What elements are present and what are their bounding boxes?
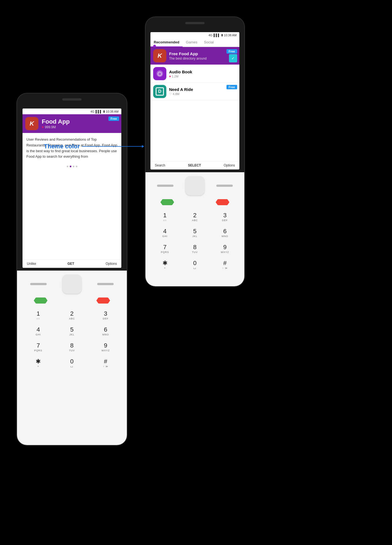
dot-1 [67,166,68,167]
right-tab-bar: Recommended Games Social [150,38,239,47]
right-keypad-grid: 1○○ 2ABC 3DEF 4GHI 5JKL 6MNO 7PQRS 8TUV … [145,208,244,277]
left-dots-indicator [23,163,121,169]
dot-4 [76,166,77,167]
annotation-arrow-line [82,146,142,147]
right-nav-options[interactable]: Options [224,163,235,167]
left-key-2[interactable]: 2ABC [55,307,89,323]
left-bars: ▌▌▌ [96,110,102,113]
left-app-title: Food App [42,118,70,125]
right-audio-info: Audio Book ♥ 1.2M [169,69,237,78]
left-key-hash[interactable]: #↑ ≫ [89,355,122,371]
right-soft-left [157,185,173,187]
left-key-star[interactable]: ✱+ [21,355,55,371]
left-keypad-grid: 1○○ 2ABC 3DEF 4GHI 5JKL 6MNO 7PQRS 8TUV … [17,306,127,376]
right-check-badge: ✓ [229,54,237,62]
right-audio-meta: ♥ 1.2M [169,75,237,78]
right-key-0[interactable]: 0⌴ [180,257,210,273]
left-key-1[interactable]: 1○○ [21,307,55,323]
left-app-header: K Food App ♥ 999.9M Free [23,114,121,133]
right-phone-screen: 4G ▌▌▌ ▮ 10:38 AM Recommended Games Soci… [150,32,239,169]
right-key-8[interactable]: 8TUV [180,241,210,257]
right-keypad: 1○○ 2ABC 3DEF 4GHI 5JKL 6MNO 7PQRS 8TUV … [145,172,244,286]
right-key-6[interactable]: 6MNO [210,225,240,241]
tab-recommended[interactable]: Recommended [150,38,183,46]
right-ride-icon: D [153,85,166,98]
dot-2 [70,166,71,167]
left-end-button[interactable] [96,297,110,304]
left-stats-number: 999.9M [45,125,56,129]
right-nav-buttons [145,172,244,198]
left-soft-right [97,283,114,285]
left-call-button[interactable] [34,297,47,304]
right-audio-icon: ◯ [153,67,166,80]
left-key-0[interactable]: 0⌴ [55,355,89,371]
left-action-buttons [17,296,127,306]
left-d-pad[interactable] [62,274,82,294]
left-nav-options[interactable]: Options [106,262,117,266]
left-status-bar: 4G ▌▌▌ ▮ 10:38 AM [23,109,121,114]
left-soft-left [30,283,47,285]
right-audio-app[interactable]: ◯ Audio Book ♥ 1.2M [150,65,239,83]
right-featured-desc: The best directory around [169,57,237,60]
left-keypad: 1○○ 2ABC 3DEF 4GHI 5JKL 6MNO 7PQRS 8TUV … [17,271,127,445]
left-time: 10:38 AM [106,110,119,113]
right-key-7[interactable]: 7PQRS [150,241,180,257]
right-featured-app[interactable]: K Free Food App The best directory aroun… [150,47,239,65]
left-phone-speaker [62,98,82,101]
tab-social[interactable]: Social [201,38,217,46]
right-food-icon: K [153,49,166,62]
right-signal: 4G [208,34,212,37]
annotation-label: Theme color [44,143,80,150]
right-call-button[interactable] [160,199,174,205]
tab-games[interactable]: Games [183,38,201,46]
right-key-9[interactable]: 9WXYZ [210,241,240,257]
theme-color-dot [153,45,156,48]
left-nav-buttons [17,271,127,296]
right-status-bar: 4G ▌▌▌ ▮ 10:38 AM [150,32,239,38]
left-app-info: Food App ♥ 999.9M [42,118,70,129]
right-key-hash[interactable]: #↑ ≫ [210,257,240,273]
left-phone-screen: 4G ▌▌▌ ▮ 10:38 AM K Food App ♥ 999.9M Fr… [23,109,121,268]
right-key-1[interactable]: 1○○ [150,209,180,225]
right-action-buttons [145,198,244,208]
left-food-icon: K [25,117,38,130]
right-battery: ▮ [221,33,223,37]
left-nav-get[interactable]: GET [68,262,74,266]
right-d-pad[interactable] [185,176,205,195]
left-key-4[interactable]: 4GHI [21,323,55,339]
right-end-button[interactable] [216,199,229,205]
right-ride-meta: ♡ 4.8M [169,92,237,96]
theme-annotation: Theme color [44,143,142,150]
right-ride-app[interactable]: D Need A Ride ♡ 4.8M Free [150,83,239,101]
right-phone-speaker [185,22,205,24]
right-key-5[interactable]: 5JKL [180,225,210,241]
right-ride-badge: Free [226,85,237,89]
right-nav-select[interactable]: SELECT [188,163,201,167]
left-key-6[interactable]: 6MNO [89,323,122,339]
right-key-3[interactable]: 3DEF [210,209,240,225]
right-featured-badge: Free [226,49,237,54]
left-signal: 4G [90,110,94,113]
left-battery: ▮ [103,110,105,113]
right-soft-right [216,185,233,187]
left-bottom-nav: Unlike GET Options [23,259,121,268]
left-key-7[interactable]: 7PQRS [21,339,55,355]
right-phone: 4G ▌▌▌ ▮ 10:38 AM Recommended Games Soci… [145,17,244,286]
left-free-badge: Free [108,116,119,121]
right-time: 10:38 AM [224,34,237,37]
right-key-star[interactable]: ✱+ [150,257,180,273]
left-key-9[interactable]: 9WXYZ [89,339,122,355]
right-bars: ▌▌▌ [214,34,220,37]
right-key-2[interactable]: 2ABC [180,209,210,225]
left-key-5[interactable]: 5JKL [55,323,89,339]
right-bottom-nav: Search SELECT Options [150,161,239,169]
right-nav-search[interactable]: Search [155,163,165,167]
left-key-8[interactable]: 8TUV [55,339,89,355]
dot-3 [73,166,74,167]
left-nav-unlike[interactable]: Unlike [27,262,36,266]
right-audio-name: Audio Book [169,69,237,74]
left-key-3[interactable]: 3DEF [89,307,122,323]
right-key-4[interactable]: 4GHI [150,225,180,241]
left-app-stats: ♥ 999.9M [42,125,70,129]
